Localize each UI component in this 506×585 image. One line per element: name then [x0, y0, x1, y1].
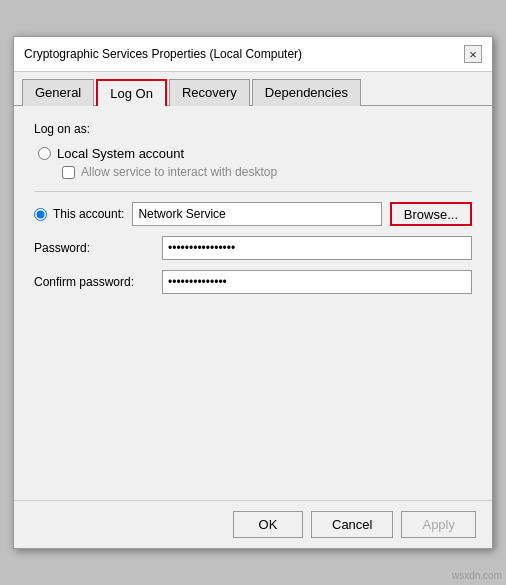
this-account-input[interactable]: [132, 202, 381, 226]
password-input[interactable]: [162, 236, 472, 260]
tab-dependencies[interactable]: Dependencies: [252, 79, 361, 106]
interact-desktop-checkbox[interactable]: [62, 166, 75, 179]
confirm-password-label: Confirm password:: [34, 275, 154, 289]
logon-section-label: Log on as:: [34, 122, 472, 136]
divider: [34, 191, 472, 192]
window-title: Cryptographic Services Properties (Local…: [24, 47, 302, 61]
empty-area: [34, 304, 472, 484]
tab-general[interactable]: General: [22, 79, 94, 106]
local-system-radio[interactable]: [38, 147, 51, 160]
this-account-radio[interactable]: [34, 208, 47, 221]
password-row: Password:: [34, 236, 472, 260]
cancel-button[interactable]: Cancel: [311, 511, 393, 538]
local-system-row: Local System account: [38, 146, 472, 161]
this-account-label: This account:: [53, 207, 124, 221]
title-bar: Cryptographic Services Properties (Local…: [14, 37, 492, 72]
footer: OK Cancel Apply: [14, 500, 492, 548]
browse-button[interactable]: Browse...: [390, 202, 472, 226]
confirm-password-row: Confirm password:: [34, 270, 472, 294]
watermark: wsxdn.com: [452, 570, 502, 581]
local-system-label: Local System account: [57, 146, 184, 161]
interact-desktop-label: Allow service to interact with desktop: [81, 165, 277, 179]
logon-tab-content: Log on as: Local System account Allow se…: [14, 106, 492, 500]
interact-desktop-row: Allow service to interact with desktop: [62, 165, 472, 179]
main-window: Cryptographic Services Properties (Local…: [13, 36, 493, 549]
ok-button[interactable]: OK: [233, 511, 303, 538]
confirm-password-input[interactable]: [162, 270, 472, 294]
this-account-row: This account: Browse...: [34, 202, 472, 226]
this-account-radio-group: This account:: [34, 207, 124, 221]
apply-button[interactable]: Apply: [401, 511, 476, 538]
radio-group-logon: Local System account Allow service to in…: [38, 146, 472, 179]
close-icon: ×: [469, 47, 477, 62]
tab-logon[interactable]: Log On: [96, 79, 167, 106]
close-button[interactable]: ×: [464, 45, 482, 63]
tab-recovery[interactable]: Recovery: [169, 79, 250, 106]
tab-bar: General Log On Recovery Dependencies: [14, 72, 492, 106]
password-label: Password:: [34, 241, 154, 255]
